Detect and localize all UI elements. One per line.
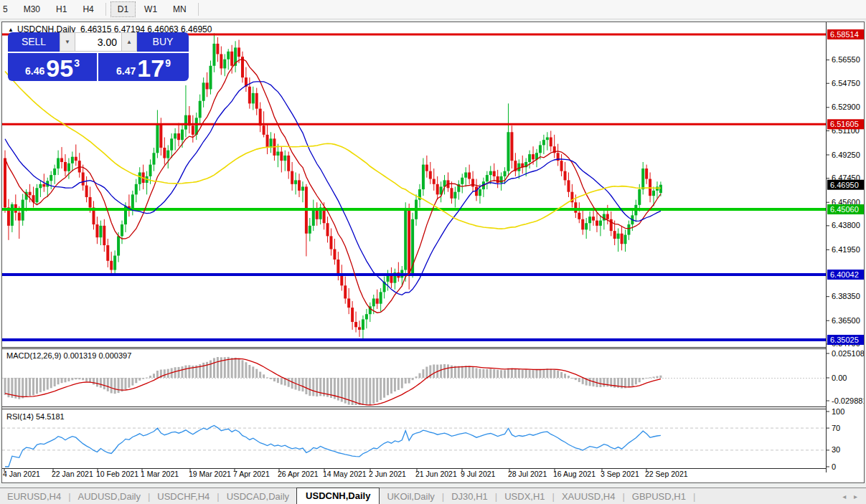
chart-tab-dj30[interactable]: DJ30,H1 [444, 490, 495, 503]
date-label: 2 Jun 2021 [369, 470, 406, 478]
svg-text:70: 70 [832, 424, 840, 432]
macd-label: MACD(12,26,9) 0.001319 0.000397 [6, 351, 131, 360]
buy-price-display[interactable]: 6.47 17 9 [98, 52, 189, 81]
buy-button[interactable]: BUY [137, 32, 189, 52]
svg-text:6.41950: 6.41950 [832, 245, 860, 254]
chart-tab-audusd[interactable]: AUDUSD,Daily [71, 490, 148, 503]
date-label: 3 Sep 2021 [601, 470, 639, 478]
chevron-down-icon: ▼ [65, 39, 70, 45]
sell-price-pip: 3 [74, 54, 80, 69]
svg-text:-0.029881: -0.029881 [832, 396, 864, 405]
volume-stepper: ▼ ▲ [60, 32, 137, 52]
svg-text:6.36500: 6.36500 [832, 316, 860, 325]
chart-tab-ukoil[interactable]: UKOil,Daily [380, 490, 441, 503]
date-label: 1 Mar 2021 [141, 470, 179, 478]
svg-text:6.49250: 6.49250 [832, 151, 860, 159]
sell-price-display[interactable]: 6.46 95 3 [8, 52, 97, 81]
svg-text:6.45060: 6.45060 [830, 205, 859, 214]
chart-tab-usdcnh[interactable]: USDCNH,Daily [296, 488, 380, 504]
svg-text:6.38350: 6.38350 [832, 292, 860, 300]
svg-text:6.40042: 6.40042 [830, 270, 859, 279]
timeframe-button-w1[interactable]: W1 [137, 1, 164, 17]
volume-input[interactable] [75, 36, 121, 49]
svg-text:6.56550: 6.56550 [832, 55, 860, 64]
timeframe-button-h1[interactable]: H1 [49, 1, 74, 17]
svg-text:0.025108: 0.025108 [832, 349, 864, 358]
chart-tab-usdchf[interactable]: USDCHF,H4 [150, 490, 217, 503]
svg-text:6.46950: 6.46950 [830, 181, 859, 189]
date-label: 28 Jul 2021 [508, 470, 547, 478]
volume-decrease-button[interactable]: ▼ [60, 33, 75, 51]
date-label: 22 Sep 2021 [645, 470, 688, 478]
buy-price-pip: 9 [165, 54, 171, 69]
chart-tab-bar: EURUSD,H4|AUDUSD,Daily|USDCHF,H4|USDCAD,… [0, 488, 866, 504]
date-label: 26 Apr 2021 [278, 470, 319, 478]
chevron-up-icon: ▲ [126, 39, 132, 45]
macd-histogram [4, 357, 662, 405]
svg-text:6.58514: 6.58514 [830, 30, 859, 39]
svg-text:0.00: 0.00 [832, 374, 847, 382]
timeframe-button-m30[interactable]: M30 [17, 1, 47, 17]
rsi-line [5, 425, 661, 467]
svg-text:100: 100 [832, 407, 844, 416]
chart-window: 6.565506.547506.529006.511006.492506.474… [1, 22, 865, 483]
tab-divider: | [693, 491, 695, 502]
svg-text:0: 0 [832, 462, 836, 471]
date-label: 4 Jan 2021 [3, 470, 40, 478]
toolbar-separator [105, 3, 106, 16]
date-label: 14 May 2021 [323, 470, 367, 478]
date-label: 21 Jun 2021 [415, 470, 457, 478]
timeframe-button-mn[interactable]: MN [166, 1, 194, 17]
date-label: 7 Apr 2021 [233, 470, 270, 478]
toolbar-separator [198, 3, 199, 16]
date-label: 22 Jan 2021 [52, 470, 93, 478]
svg-text:6.35025: 6.35025 [830, 336, 859, 344]
buy-price-prefix: 6.47 [116, 65, 136, 77]
chart-tab-usdx[interactable]: USDX,H1 [497, 490, 552, 503]
svg-text:6.52900: 6.52900 [832, 103, 860, 111]
timeframe-button-5[interactable]: 5 [0, 1, 15, 17]
sell-price-prefix: 6.46 [25, 65, 44, 77]
chart-tab-usdcad[interactable]: USDCAD,Daily [220, 490, 296, 503]
mt4-window: { "toolbar": { "periods": ["5","M30","H1… [0, 0, 866, 504]
period-toolbar: 5M30H1H4D1W1MN [0, 0, 866, 19]
date-label: 9 Jul 2021 [461, 470, 496, 478]
one-click-trading-panel: SELL ▼ ▲ BUY 6.46 95 3 6.47 17 9 [8, 32, 189, 81]
rsi-label: RSI(14) 54.5181 [6, 412, 65, 421]
buy-price-big: 17 [137, 57, 164, 80]
svg-text:6.43800: 6.43800 [832, 221, 860, 229]
date-label: 10 Feb 2021 [96, 470, 138, 478]
svg-text:6.54750: 6.54750 [832, 79, 860, 87]
svg-text:30: 30 [832, 445, 840, 454]
svg-text:6.51605: 6.51605 [830, 120, 859, 128]
date-label: 19 Mar 2021 [189, 470, 231, 478]
tab-scroll-arrows-icon[interactable]: ◂ ▸ [842, 493, 860, 500]
timeframe-button-h4[interactable]: H4 [75, 1, 100, 17]
chart-tab-xauusd[interactable]: XAUUSD,H4 [555, 490, 622, 503]
volume-increase-button[interactable]: ▲ [121, 33, 136, 51]
ma-mid-line [5, 82, 661, 295]
date-label: 16 Aug 2021 [553, 470, 596, 478]
timeframe-button-d1[interactable]: D1 [110, 1, 136, 17]
chart-svg: 6.565506.547506.529006.511006.492506.474… [2, 22, 864, 482]
ma-slow-line [5, 71, 661, 229]
sell-price-big: 95 [46, 57, 73, 80]
chart-tab-gbpusd[interactable]: GBPUSD,H1 [625, 490, 693, 503]
chart-tab-eurusd[interactable]: EURUSD,H4 [0, 490, 68, 503]
sell-button[interactable]: SELL [8, 32, 60, 52]
